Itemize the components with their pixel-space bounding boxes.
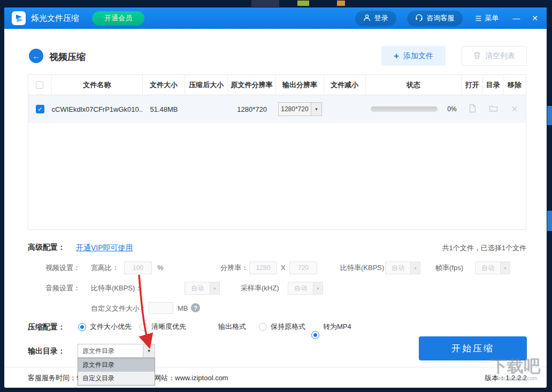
- chevron-down-icon[interactable]: ▼: [143, 344, 155, 357]
- output-resolution-select[interactable]: 1280*720 ▼: [278, 102, 322, 116]
- aspect-unit-label: %: [157, 261, 164, 275]
- output-format-label: 输出格式: [218, 320, 246, 334]
- resolution-label: 分辨率：: [220, 261, 248, 275]
- chevron-down-icon[interactable]: ▼: [210, 282, 219, 294]
- audio-bitrate-select[interactable]: 自动 ▼: [185, 282, 220, 295]
- radio-keep-format[interactable]: [259, 323, 267, 331]
- table-header-row: 文件名称 文件大小 压缩后大小 原文件分辨率 输出分辨率 文件减小 状态 打开 …: [28, 75, 526, 95]
- output-resolution-value: 1280*720: [279, 103, 311, 116]
- row-filename: fcCWIEkdlx07CFrP1wGk010...: [52, 105, 143, 113]
- progress-percent: 0%: [447, 105, 456, 113]
- version-text: 版本：1.2.2.2: [485, 373, 527, 383]
- vip-link[interactable]: 开通VIP即可使用: [76, 242, 133, 253]
- col-header-filename: 文件名称: [52, 75, 143, 95]
- aspect-ratio-label: 宽高比：: [91, 261, 119, 275]
- titlebar: 烁光文件压缩 开通会员 登录 咨询客服 ☰ 菜单 — ✕: [4, 7, 547, 29]
- audio-settings-label: 音频设置：: [45, 281, 80, 295]
- custom-size-input[interactable]: [149, 302, 173, 314]
- desktop-artifact: [337, 1, 345, 6]
- resolution-separator: X: [281, 261, 286, 275]
- login-button[interactable]: 登录: [355, 11, 396, 26]
- remove-row-icon[interactable]: ✕: [511, 104, 518, 114]
- dropdown-option-custom[interactable]: 自定义目录: [78, 372, 155, 385]
- resolution-height-input[interactable]: 720: [289, 262, 317, 274]
- add-file-label: 添加文件: [403, 51, 433, 61]
- chevron-down-icon[interactable]: ▼: [410, 262, 420, 274]
- sample-rate-select[interactable]: 自动 ▼: [288, 282, 323, 295]
- radio-clarity-priority[interactable]: [140, 323, 148, 331]
- app-logo-icon: [12, 11, 26, 25]
- menu-button[interactable]: ☰ 菜单: [476, 13, 499, 23]
- select-all-checkbox[interactable]: [36, 81, 43, 89]
- trash-icon: [473, 51, 481, 61]
- col-header-output-resolution: 输出分辨率: [276, 75, 324, 95]
- sample-rate-value: 自动: [288, 282, 313, 294]
- dropdown-option-original[interactable]: 原文件目录: [78, 358, 155, 372]
- to-mp4-label[interactable]: 转为MP4: [323, 320, 351, 334]
- col-header-directory: 目录: [483, 75, 503, 95]
- app-window: 烁光文件压缩 开通会员 登录 咨询客服 ☰ 菜单 — ✕ ← 视频压缩 + 添加…: [4, 7, 547, 388]
- radio-to-mp4[interactable]: [311, 331, 319, 339]
- resolution-width-input[interactable]: 1280: [249, 262, 277, 274]
- col-header-filesize: 文件大小: [143, 75, 186, 95]
- row-checkbox[interactable]: ✓: [36, 105, 44, 113]
- clear-list-label: 清空列表: [485, 51, 515, 61]
- fps-select[interactable]: 自动 ▼: [475, 262, 510, 274]
- chevron-down-icon[interactable]: ▼: [311, 103, 321, 116]
- table-row: ✓ fcCWIEkdlx07CFrP1wGk010... 51.48MB 128…: [28, 95, 526, 123]
- start-compress-button[interactable]: 开始压缩: [419, 336, 527, 360]
- col-header-remove: 移除: [503, 75, 526, 95]
- fps-value: 自动: [476, 262, 500, 274]
- app-title: 烁光文件压缩: [31, 13, 79, 24]
- output-dir-dropdown: 原文件目录 自定义目录: [78, 358, 155, 386]
- add-file-button[interactable]: + 添加文件: [381, 46, 446, 66]
- clear-list-button[interactable]: 清空列表: [462, 46, 527, 66]
- output-dir-label: 输出目录：: [28, 344, 65, 358]
- chevron-down-icon[interactable]: ▼: [313, 282, 323, 294]
- page-title: 视频压缩: [49, 51, 86, 63]
- video-bitrate-value: 自动: [386, 262, 410, 274]
- audio-bitrate-label: 比特率(KBPS)：: [91, 281, 142, 295]
- video-bitrate-label: 比特率(KBPS)：: [340, 261, 391, 275]
- menu-label: 菜单: [485, 13, 499, 23]
- user-icon: [363, 14, 371, 23]
- keep-format-label[interactable]: 保持原格式: [271, 320, 305, 334]
- size-priority-label[interactable]: 文件大小优先: [90, 320, 132, 334]
- advanced-section-label: 高级配置：: [28, 242, 65, 252]
- col-header-open: 打开: [462, 75, 483, 95]
- clarity-priority-label[interactable]: 清晰度优先: [151, 320, 186, 334]
- vip-upgrade-button[interactable]: 开通会员: [92, 11, 144, 26]
- col-header-original-resolution: 原文件分辨率: [228, 75, 276, 95]
- video-settings-label: 视频设置：: [45, 261, 80, 275]
- row-filesize: 51.48MB: [143, 105, 186, 113]
- fps-label: 帧率(fps): [435, 261, 463, 275]
- desktop-edge-mark: [547, 211, 552, 231]
- compress-section-label: 压缩配置：: [28, 320, 65, 334]
- radio-size-priority[interactable]: [78, 323, 86, 331]
- select-all-cell: [28, 75, 52, 95]
- menu-icon: ☰: [476, 14, 482, 22]
- minimize-button[interactable]: —: [512, 7, 520, 29]
- custom-size-label: 自定义文件大小：: [91, 302, 147, 316]
- aspect-ratio-input[interactable]: 100: [124, 262, 152, 274]
- help-icon[interactable]: ?: [191, 303, 200, 312]
- video-bitrate-select[interactable]: 自动 ▼: [385, 262, 420, 274]
- sample-rate-label: 采样率(kHZ): [241, 281, 279, 295]
- col-header-compressed-size: 压缩后大小: [185, 75, 228, 95]
- progress-bar: [371, 106, 438, 112]
- col-header-reduction: 文件减小: [324, 75, 366, 95]
- chevron-down-icon[interactable]: ▼: [500, 262, 510, 274]
- custom-size-unit: MB: [178, 302, 188, 316]
- folder-icon[interactable]: [489, 105, 498, 114]
- file-table: 文件名称 文件大小 压缩后大小 原文件分辨率 输出分辨率 文件减小 状态 打开 …: [28, 74, 526, 230]
- files-summary: 共1个文件，已选择1个文件: [442, 243, 526, 253]
- login-label: 登录: [374, 13, 388, 23]
- output-dir-select[interactable]: 原文件目录 ▼: [78, 344, 155, 358]
- support-button[interactable]: 咨询客服: [407, 11, 463, 26]
- back-button[interactable]: ←: [29, 49, 43, 63]
- open-file-icon[interactable]: [469, 104, 477, 114]
- close-button[interactable]: ✕: [532, 7, 538, 29]
- support-label: 咨询客服: [427, 13, 455, 23]
- desktop-artifact: [297, 1, 309, 6]
- output-dir-value: 原文件目录: [78, 344, 143, 357]
